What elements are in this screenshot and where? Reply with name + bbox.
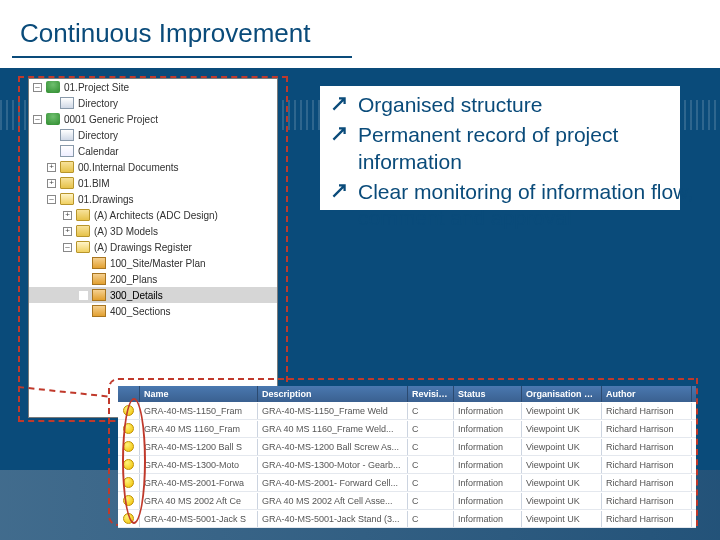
table-cell: Information: [454, 403, 522, 419]
table-cell: Information: [454, 421, 522, 437]
table-header-cell[interactable]: Author: [602, 386, 692, 402]
table-cell: C: [408, 439, 454, 455]
table-cell: GRA-40-MS-1200 Ball Screw As...: [258, 439, 408, 455]
arrow-up-right-icon: [330, 179, 348, 232]
table-cell: C: [408, 421, 454, 437]
table-cell: Richard Harrison: [602, 457, 692, 473]
table-cell: GRA-40-MS-1150_Fram: [140, 403, 258, 419]
table-cell: Information: [454, 493, 522, 509]
table-cell: Viewpoint UK: [522, 511, 602, 527]
table-row[interactable]: GRA-40-MS-1150_FramGRA-40-MS-1150_Frame …: [118, 402, 696, 420]
table-cell: GRA-40-MS-1200 Ball S: [140, 439, 258, 455]
bullet-item: Organised structure: [330, 92, 702, 118]
table-cell: Viewpoint UK: [522, 403, 602, 419]
callout-status-ellipse: [122, 398, 146, 524]
table-cell: Information: [454, 439, 522, 455]
table-row[interactable]: GRA 40 MS 1160_FramGRA 40 MS 1160_Frame …: [118, 420, 696, 438]
table-cell: Information: [454, 457, 522, 473]
table-cell: GRA 40 MS 1160_Frame Weld...: [258, 421, 408, 437]
bullet-text: Organised structure: [358, 92, 702, 118]
table-cell: Information: [454, 475, 522, 491]
table-cell: GRA-40-MS-1300-Moto: [140, 457, 258, 473]
table-row[interactable]: GRA-40-MS-1300-MotoGRA-40-MS-1300-Motor …: [118, 456, 696, 474]
table-row[interactable]: GRA-40-MS-2001-ForwaGRA-40-MS-2001- Forw…: [118, 474, 696, 492]
table-row[interactable]: GRA-40-MS-5001-Jack SGRA-40-MS-5001-Jack…: [118, 510, 696, 528]
arrow-up-right-icon: [330, 92, 348, 118]
table-cell: Richard Harrison: [602, 511, 692, 527]
bullet-text: Permanent record of project information: [358, 122, 702, 175]
table-cell: Viewpoint UK: [522, 439, 602, 455]
table-cell: GRA-40-MS-2001- Forward Cell...: [258, 475, 408, 491]
table-cell: GRA 40 MS 1160_Fram: [140, 421, 258, 437]
table-cell: C: [408, 457, 454, 473]
bullet-text: Clear monitoring of information flow, co…: [358, 179, 702, 232]
table-header-cell[interactable]: Organisation Name: [522, 386, 602, 402]
table-cell: Richard Harrison: [602, 421, 692, 437]
table-cell: Richard Harrison: [602, 403, 692, 419]
table-header-cell[interactable]: Description: [258, 386, 408, 402]
table-cell: C: [408, 475, 454, 491]
table-cell: C: [408, 511, 454, 527]
table-cell: GRA-40-MS-1300-Motor - Gearb...: [258, 457, 408, 473]
table-header-cell[interactable]: Name: [140, 386, 258, 402]
table-cell: GRA-40-MS-1150_Frame Weld: [258, 403, 408, 419]
table-cell: Viewpoint UK: [522, 421, 602, 437]
table-row[interactable]: GRA-40-MS-1200 Ball SGRA-40-MS-1200 Ball…: [118, 438, 696, 456]
bullet-item: Permanent record of project information: [330, 122, 702, 175]
table-cell: Viewpoint UK: [522, 457, 602, 473]
table-cell: Viewpoint UK: [522, 493, 602, 509]
bullet-item: Clear monitoring of information flow, co…: [330, 179, 702, 232]
table-header-row: NameDescriptionRevisionStatusOrganisatio…: [118, 386, 696, 402]
callout-tree-highlight: [18, 76, 288, 422]
table-cell: GRA-40-MS-5001-Jack S: [140, 511, 258, 527]
table-header-cell[interactable]: Status: [454, 386, 522, 402]
table-header-cell[interactable]: Revision: [408, 386, 454, 402]
bullets-list: Organised structurePermanent record of p…: [330, 92, 702, 235]
table-cell: Richard Harrison: [602, 493, 692, 509]
table-row[interactable]: GRA 40 MS 2002 Aft CeGRA 40 MS 2002 Aft …: [118, 492, 696, 510]
table-cell: GRA-40-MS-2001-Forwa: [140, 475, 258, 491]
table-cell: Richard Harrison: [602, 439, 692, 455]
table-cell: Viewpoint UK: [522, 475, 602, 491]
arrow-up-right-icon: [330, 122, 348, 175]
table-cell: GRA 40 MS 2002 Aft Cell Asse...: [258, 493, 408, 509]
page-title: Continuous Improvement: [20, 18, 310, 49]
title-underline: [12, 56, 352, 58]
table-cell: Richard Harrison: [602, 475, 692, 491]
drawings-table: NameDescriptionRevisionStatusOrganisatio…: [118, 386, 696, 528]
table-cell: C: [408, 403, 454, 419]
table-cell: GRA-40-MS-5001-Jack Stand (3...: [258, 511, 408, 527]
table-cell: GRA 40 MS 2002 Aft Ce: [140, 493, 258, 509]
table-cell: C: [408, 493, 454, 509]
table-cell: Information: [454, 511, 522, 527]
